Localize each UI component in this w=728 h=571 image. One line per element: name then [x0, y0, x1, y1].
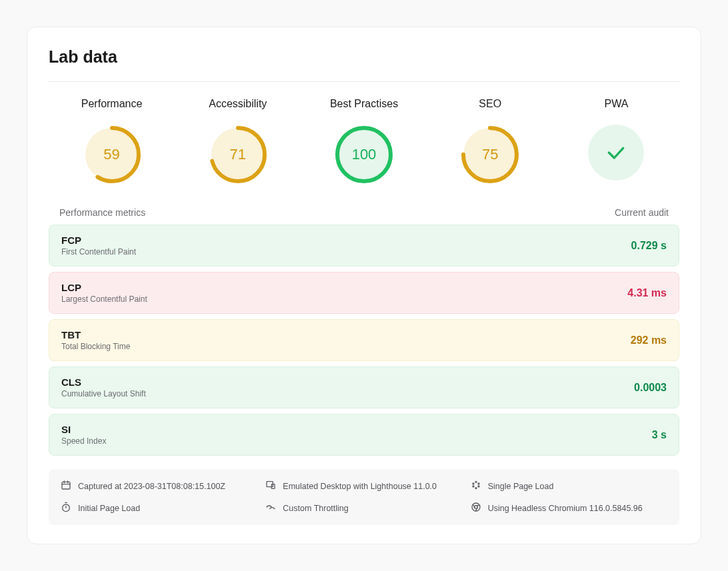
svg-point-14	[475, 488, 477, 489]
gauges-row: Performance59Accessibility71Best Practis…	[49, 98, 679, 185]
metric-value: 0.729 s	[631, 240, 667, 252]
metric-abbr: TBT	[61, 329, 130, 340]
gauge-value: 100	[334, 125, 394, 185]
metric-row-tbt: TBTTotal Blocking Time292 ms	[49, 319, 679, 361]
footer-text: Custom Throttling	[283, 504, 348, 513]
gauge-ring: 59	[82, 125, 142, 185]
footer-text: Single Page Load	[488, 482, 554, 491]
stopwatch-icon	[61, 502, 71, 514]
metric-abbr: CLS	[61, 376, 146, 388]
metric-label-group: TBTTotal Blocking Time	[61, 329, 130, 351]
metric-value: 3 s	[652, 429, 667, 441]
metric-label-group: LCPLargest Contentful Paint	[61, 282, 147, 304]
gauge-value: 75	[460, 125, 520, 185]
metric-abbr: SI	[61, 424, 106, 435]
metrics-list: FCPFirst Contentful Paint0.729 sLCPLarge…	[49, 225, 679, 456]
divider	[49, 81, 679, 82]
svg-point-13	[478, 486, 479, 487]
pwa-check-icon	[588, 125, 644, 181]
gauge-accessibility: Accessibility71	[175, 98, 301, 185]
footer-text: Emulated Desktop with Lighthouse 11.0.0	[283, 482, 437, 491]
svg-point-16	[473, 483, 474, 484]
footer-item: Emulated Desktop with Lighthouse 11.0.0	[265, 480, 462, 492]
network-icon	[265, 502, 276, 514]
spinner-icon	[471, 480, 481, 492]
metric-label-group: SISpeed Index	[61, 424, 106, 446]
gauge-ring: 75	[460, 125, 520, 185]
gauge-label: Performance	[81, 98, 143, 110]
gauge-seo: SEO75	[427, 98, 553, 185]
metric-row-fcp: FCPFirst Contentful Paint0.729 s	[49, 225, 679, 267]
metric-value: 292 ms	[631, 334, 667, 346]
footer-text: Captured at 2023-08-31T08:08:15.100Z	[78, 482, 225, 491]
calendar-icon	[61, 480, 71, 492]
gauge-label: Accessibility	[209, 98, 267, 110]
metric-row-lcp: LCPLargest Contentful Paint4.31 ms	[49, 272, 679, 314]
svg-point-12	[478, 483, 479, 484]
footer-text: Initial Page Load	[78, 504, 140, 513]
metric-label-group: CLSCumulative Layout Shift	[61, 376, 146, 398]
metric-full: Speed Index	[61, 436, 106, 446]
gauge-value: 71	[208, 125, 268, 185]
gauge-label: SEO	[479, 98, 501, 110]
footer-item: Captured at 2023-08-31T08:08:15.100Z	[61, 480, 257, 492]
chrome-icon	[471, 502, 481, 514]
metric-value: 4.31 ms	[627, 287, 667, 299]
gauge-ring: 71	[208, 125, 268, 185]
metrics-header-right: Current audit	[615, 207, 669, 218]
footer-text: Using Headless Chromium 116.0.5845.96	[488, 504, 643, 513]
gauge-performance: Performance59	[49, 98, 175, 185]
metrics-header-left: Performance metrics	[59, 207, 145, 218]
svg-rect-8	[62, 482, 70, 489]
footer-item: Single Page Load	[471, 480, 667, 492]
card-title: Lab data	[49, 47, 679, 67]
metrics-header: Performance metrics Current audit	[49, 207, 679, 225]
metric-value: 0.0003	[634, 382, 667, 394]
footer-info: Captured at 2023-08-31T08:08:15.100ZEmul…	[49, 469, 679, 525]
footer-item: Using Headless Chromium 116.0.5845.96	[471, 502, 667, 514]
metric-row-cls: CLSCumulative Layout Shift0.0003	[49, 366, 679, 408]
metric-abbr: FCP	[61, 235, 136, 246]
gauge-best-practises: Best Practises100	[301, 98, 427, 185]
devices-icon	[265, 480, 276, 492]
metric-abbr: LCP	[61, 282, 147, 293]
gauge-label: Best Practises	[330, 98, 398, 110]
svg-point-11	[475, 481, 477, 482]
metric-full: Largest Contentful Paint	[61, 294, 147, 304]
metric-full: First Contentful Paint	[61, 247, 136, 257]
svg-point-15	[473, 486, 474, 487]
metric-full: Cumulative Layout Shift	[61, 389, 146, 398]
gauge-pwa: PWA	[553, 98, 679, 181]
gauge-ring: 100	[334, 125, 394, 185]
metric-row-si: SISpeed Index3 s	[49, 414, 679, 456]
footer-item: Initial Page Load	[61, 502, 257, 514]
metric-full: Total Blocking Time	[61, 342, 130, 351]
gauge-label: PWA	[604, 98, 628, 110]
footer-item: Custom Throttling	[265, 502, 462, 514]
metric-label-group: FCPFirst Contentful Paint	[61, 235, 136, 257]
gauge-value: 59	[82, 125, 142, 185]
lab-data-card: Lab data Performance59Accessibility71Bes…	[27, 27, 701, 544]
